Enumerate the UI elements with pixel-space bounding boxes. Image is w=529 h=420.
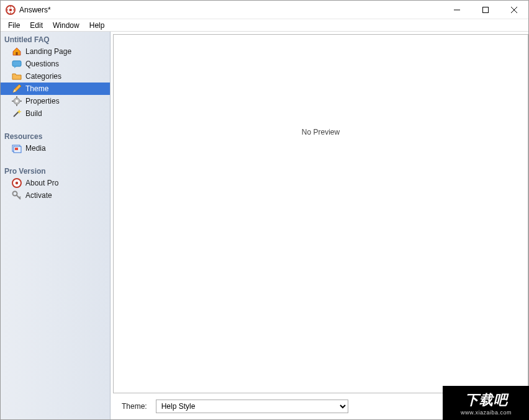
sidebar-item-label: Activate xyxy=(25,191,52,200)
sidebar-item-label: Theme xyxy=(25,84,48,93)
sidebar-item-landing-page[interactable]: Landing Page xyxy=(1,45,110,58)
svg-point-9 xyxy=(16,100,18,102)
menubar: File Edit Window Help xyxy=(1,19,528,32)
content-panel: No Preview Theme: Help Style M xyxy=(111,32,528,419)
menu-file[interactable]: File xyxy=(3,20,25,31)
sidebar-item-label: Questions xyxy=(25,60,59,68)
preview-empty-text: No Preview xyxy=(302,128,340,136)
sidebar-item-categories[interactable]: Categories xyxy=(1,70,110,83)
svg-point-1 xyxy=(9,8,12,11)
key-icon xyxy=(12,190,22,200)
titlebar: Answers* xyxy=(1,1,528,19)
svg-line-22 xyxy=(19,197,20,198)
svg-rect-3 xyxy=(483,7,489,12)
window-title: Answers* xyxy=(19,6,51,14)
svg-point-19 xyxy=(16,182,18,184)
m-button[interactable]: M xyxy=(492,400,528,413)
sidebar-item-media[interactable]: Media xyxy=(1,142,110,154)
app-icon xyxy=(6,5,16,15)
minimize-button[interactable] xyxy=(443,1,471,19)
bottom-panel: Theme: Help Style M xyxy=(111,393,528,419)
sidebar-item-activate[interactable]: Activate xyxy=(1,189,110,202)
folder-icon xyxy=(12,71,22,81)
sidebar: Untitled FAQ Landing Page Questions Cate… xyxy=(1,32,111,419)
wand-icon xyxy=(12,109,22,118)
questions-icon xyxy=(12,59,22,69)
sidebar-item-label: Media xyxy=(25,144,46,153)
section-header-resources: Resources xyxy=(1,130,110,142)
close-button[interactable] xyxy=(500,1,528,19)
svg-rect-7 xyxy=(12,61,21,66)
menu-window[interactable]: Window xyxy=(48,20,84,31)
app-icon xyxy=(12,178,22,188)
media-icon xyxy=(12,143,22,153)
sidebar-item-about-pro[interactable]: About Pro xyxy=(1,177,110,189)
svg-rect-6 xyxy=(16,52,18,55)
section-header-pro: Pro Version xyxy=(1,164,110,177)
svg-rect-17 xyxy=(15,148,18,150)
preview-area: No Preview xyxy=(113,34,528,393)
gear-icon xyxy=(12,96,22,106)
maximize-button[interactable] xyxy=(471,1,500,19)
sidebar-item-label: Landing Page xyxy=(25,47,71,56)
menu-help[interactable]: Help xyxy=(84,20,110,31)
theme-label: Theme: xyxy=(122,402,147,411)
sidebar-item-build[interactable]: Build xyxy=(1,107,110,120)
sidebar-item-questions[interactable]: Questions xyxy=(1,58,110,70)
menu-edit[interactable]: Edit xyxy=(25,20,48,31)
sidebar-item-theme[interactable]: Theme xyxy=(1,83,110,95)
pencil-icon xyxy=(12,84,22,94)
sidebar-item-label: Build xyxy=(25,109,42,118)
sidebar-item-label: Properties xyxy=(25,97,60,105)
sidebar-item-label: About Pro xyxy=(25,179,58,187)
sidebar-item-label: Categories xyxy=(25,72,61,81)
sidebar-item-properties[interactable]: Properties xyxy=(1,95,110,107)
home-icon xyxy=(12,47,22,56)
section-header-faq: Untitled FAQ xyxy=(1,33,110,45)
theme-select[interactable]: Help Style xyxy=(156,400,348,413)
